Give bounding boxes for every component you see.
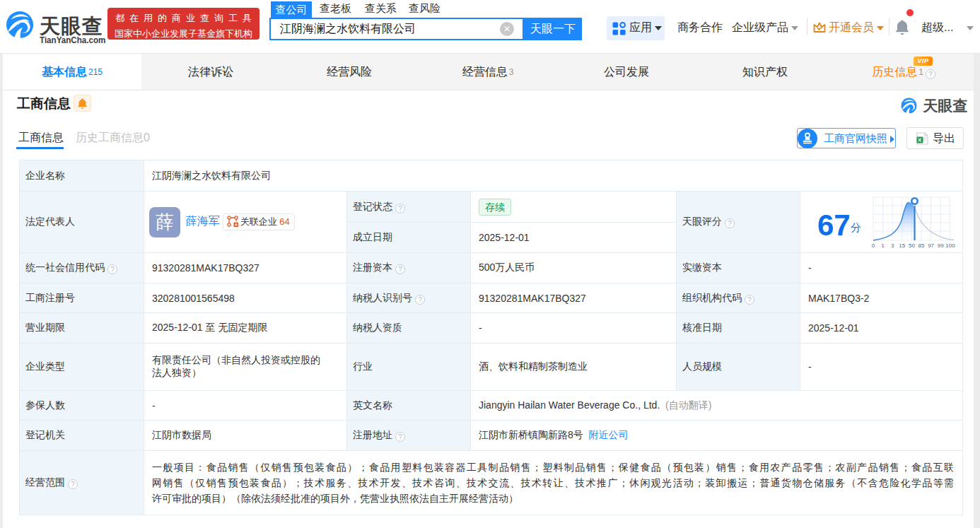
svg-text:99: 99 — [938, 242, 944, 249]
svg-text:85: 85 — [918, 242, 925, 249]
svg-text:1: 1 — [881, 242, 885, 249]
svg-text:0: 0 — [872, 242, 875, 249]
svg-text:15: 15 — [899, 242, 905, 249]
svg-text:97: 97 — [928, 242, 934, 249]
svg-text:50: 50 — [909, 242, 915, 249]
svg-text:3: 3 — [891, 242, 894, 249]
svg-text:100: 100 — [945, 242, 955, 249]
